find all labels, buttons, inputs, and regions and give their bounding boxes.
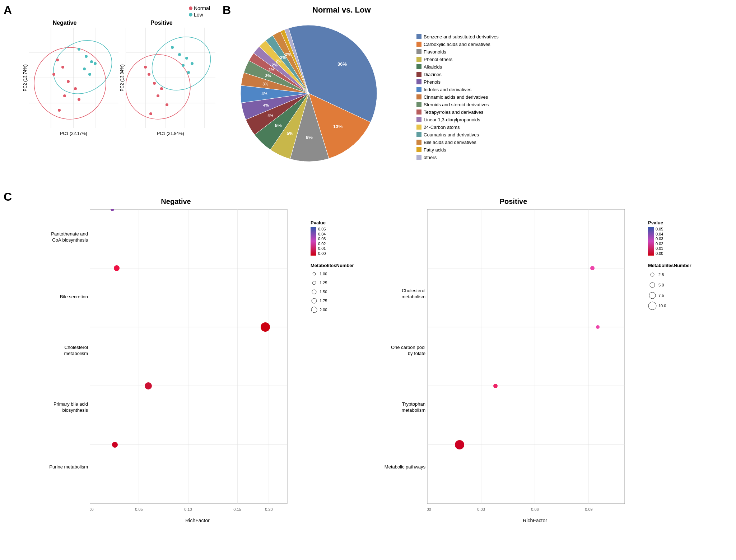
pie-legend-color xyxy=(416,102,421,107)
svg-point-54 xyxy=(182,64,185,67)
pie-legend-label: Fatty acids xyxy=(424,147,446,153)
pca-legend: Normal Low xyxy=(189,5,210,18)
pie-legend-item: 24-Carbon atoms xyxy=(416,125,499,130)
svg-point-91 xyxy=(311,307,317,313)
pie-chart: 36%13%9%5%5%4%4%4%3%3%2%2%2%2%2% xyxy=(230,18,402,176)
panel-a: Normal Low Negative xyxy=(4,4,212,183)
pie-legend-color xyxy=(416,132,421,137)
pie-legend-color xyxy=(416,117,421,122)
pathway-label-bile-acid: Primary bile acidbiosynthesis xyxy=(53,401,88,414)
svg-point-15 xyxy=(63,94,66,97)
pie-chart-title: Normal vs. Low xyxy=(312,5,371,15)
svg-point-11 xyxy=(61,66,64,69)
pathway-label-cholesterol-neg: Cholesterolmetabolism xyxy=(64,345,88,357)
pie-legend-color xyxy=(416,147,421,152)
svg-point-16 xyxy=(78,98,80,101)
pie-legend-label: others xyxy=(424,155,437,160)
svg-rect-108 xyxy=(648,227,654,256)
pie-label: 3% xyxy=(265,74,271,78)
pie-legend-color xyxy=(416,155,421,160)
pca-negative-y-label: PC2 (13.74%) xyxy=(23,64,28,91)
svg-text:0.15: 0.15 xyxy=(233,507,241,512)
dot-plot-negative-title: Negative xyxy=(18,197,334,206)
svg-point-79 xyxy=(114,265,120,271)
pie-legend-item: Coumarins and derivatives xyxy=(416,132,499,137)
svg-point-111 xyxy=(649,292,656,299)
svg-point-109 xyxy=(651,273,654,276)
svg-point-90 xyxy=(312,298,317,303)
positive-x-label: RichFactor xyxy=(427,518,643,523)
svg-text:0.09: 0.09 xyxy=(585,507,592,512)
dot-plot-positive: Positive Metabolic pathways Tryptophanme… xyxy=(355,197,671,542)
svg-point-89 xyxy=(312,290,316,294)
pca-negative-container: Negative xyxy=(11,20,118,136)
svg-text:0.10: 0.10 xyxy=(184,507,192,512)
svg-point-87 xyxy=(313,272,316,275)
svg-text:0.05: 0.05 xyxy=(135,507,143,512)
pie-legend-color xyxy=(416,72,421,77)
pie-legend-color xyxy=(416,125,421,130)
pathway-label-cholesterol-pos: Cholesterolmetabolism xyxy=(402,288,425,300)
pathway-label-metabolic: Metabolic pathways xyxy=(385,464,425,470)
svg-point-17 xyxy=(58,109,61,112)
pie-legend-color xyxy=(416,34,421,39)
pie-legend-label: Phenol ethers xyxy=(424,57,452,62)
svg-point-14 xyxy=(74,87,77,90)
svg-text:0.00: 0.00 xyxy=(90,507,94,512)
pie-legend-item: Diazines xyxy=(416,72,499,77)
pie-legend-color xyxy=(416,94,421,99)
svg-text:0.20: 0.20 xyxy=(265,507,272,512)
svg-point-49 xyxy=(166,103,168,106)
negative-y-labels: Purine metabolism Primary bile acidbiosy… xyxy=(18,209,90,523)
pie-legend-label: Diazines xyxy=(424,72,442,77)
svg-text:0.03: 0.03 xyxy=(477,507,485,512)
svg-point-51 xyxy=(171,46,174,49)
positive-size-legend: MetabolitesNumber 2.5 5.0 xyxy=(648,263,691,310)
pca-positive-container: Positive xyxy=(108,20,215,136)
pie-legend-item: Phenols xyxy=(416,79,499,85)
pca-negative-plot: 50 0 -50 100 -100 -50 0 50 100 xyxy=(29,28,118,128)
pie-legend: Benzene and substituted derivativesCarbo… xyxy=(409,34,499,160)
svg-point-22 xyxy=(94,62,97,65)
negative-dot-plot-svg: 0.00 0.05 0.10 0.15 0.20 xyxy=(90,209,305,514)
pathway-label-tryptophan: Tryptophanmetabolism xyxy=(402,401,425,414)
positive-dot-plot-svg: 0.00 0.03 0.06 0.09 xyxy=(427,209,643,514)
pie-legend-color xyxy=(416,49,421,54)
svg-point-47 xyxy=(160,87,163,90)
positive-pvalue-legend: Pvalue xyxy=(648,220,691,256)
svg-point-76 xyxy=(112,442,118,448)
svg-point-21 xyxy=(83,67,86,70)
svg-point-9 xyxy=(43,30,118,104)
svg-point-77 xyxy=(145,382,152,389)
legend-low-label: Low xyxy=(194,12,203,18)
pie-legend-label: Phenols xyxy=(424,79,441,85)
svg-point-20 xyxy=(90,60,93,63)
pie-legend-item: Bile acids and derivatives xyxy=(416,140,499,145)
legend-normal-label: Normal xyxy=(194,5,210,11)
pie-legend-color xyxy=(416,42,421,47)
pie-legend-label: Flavonoids xyxy=(424,49,446,55)
svg-text:0.00: 0.00 xyxy=(427,507,431,512)
svg-point-42 xyxy=(126,42,203,128)
pie-label: 2% xyxy=(285,52,291,56)
svg-point-10 xyxy=(56,59,59,61)
pie-label: 5% xyxy=(287,131,293,136)
pie-legend-item: Alkalcids xyxy=(416,64,499,70)
pie-legend-item: Cinnamic acids and derivatives xyxy=(416,94,499,100)
svg-point-43 xyxy=(142,28,215,101)
pie-legend-color xyxy=(416,140,421,145)
svg-point-19 xyxy=(85,55,88,58)
svg-text:0.06: 0.06 xyxy=(531,507,539,512)
pie-legend-item: Fatty acids xyxy=(416,147,499,153)
svg-point-110 xyxy=(650,283,655,288)
pie-label: 2% xyxy=(272,63,278,67)
pie-legend-label: Alkalcids xyxy=(424,64,442,70)
pie-legend-item: Steroids and steroid derivatives xyxy=(416,102,499,107)
pathway-label-carbon-pool: One carbon poolby folate xyxy=(391,345,425,357)
pie-legend-item: Linear 1,3-diarylpropanoids xyxy=(416,117,499,122)
svg-point-18 xyxy=(78,48,80,51)
negative-legend: Pvalue xyxy=(305,209,354,523)
pca-positive-title: Positive xyxy=(108,20,215,26)
pie-legend-label: Linear 1,3-diarylpropanoids xyxy=(424,117,480,122)
pie-legend-color xyxy=(416,87,421,92)
